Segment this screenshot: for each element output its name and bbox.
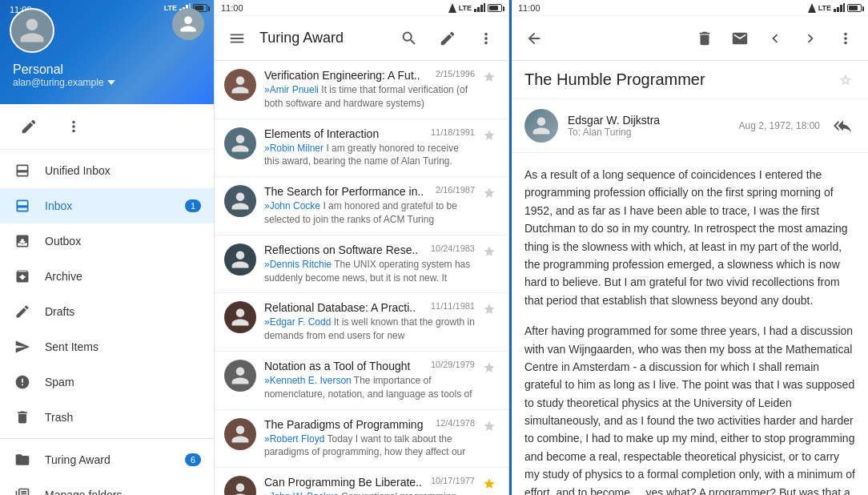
sidebar-item-turing-award[interactable]: Turing Award 6 [0,442,214,477]
outbox-icon [13,231,32,251]
svg-rect-11 [837,7,839,12]
star-button[interactable] [839,72,855,88]
email-avatar-7 [224,476,256,495]
email-content-2: The Search for Performance in.. 2/16/198… [264,185,475,227]
email-top-row-3: Reflections on Software Rese.. 10/24/198… [264,243,475,256]
email-list-item[interactable]: Can Programming Be Liberate.. 10/17/1977… [215,468,508,495]
email-list-item[interactable]: The Search for Performance in.. 2/16/198… [215,177,508,235]
email-content-0: Verification Engineering: A Fut.. 2/15/1… [264,69,475,111]
email-top-row-1: Elements of Interaction 11/18/1991 [264,127,475,140]
delete-button[interactable] [689,22,721,54]
account-avatar[interactable] [10,8,54,53]
sidebar: 11:00 LTE Personal alan@turing.example [0,0,215,495]
compose-button[interactable] [13,111,45,143]
email-list-title: Turing Award [259,30,387,46]
email-preview-0: »Amir Pnueli It is time that formal veri… [264,83,475,111]
email-top-row-6: The Paradigms of Programming 12/4/1978 [264,418,475,431]
email-list-item[interactable]: Reflections on Software Rese.. 10/24/198… [215,235,508,294]
sidebar-label-turing-award: Turing Award [45,453,172,466]
sidebar-label-inbox: Inbox [45,199,172,212]
star-5[interactable] [483,360,499,376]
star-2[interactable] [483,185,499,201]
switch-account-button[interactable] [172,8,204,40]
svg-rect-13 [843,3,845,12]
more-options-button[interactable] [58,111,90,143]
trash-icon [13,408,32,427]
email-avatar-5 [224,360,256,392]
sidebar-item-archive[interactable]: Archive [0,259,214,294]
sidebar-item-outbox[interactable]: Outbox [0,223,214,259]
prev-email-button[interactable] [759,22,791,54]
inbox-badge: 1 [185,199,201,212]
recipient-line: To: Alan Turing [568,127,729,138]
email-body-p2: After having programmed for some three y… [524,322,855,495]
sidebar-label-sent-items: Sent Items [45,340,201,353]
email-avatar-0 [224,69,256,101]
star-7[interactable] [483,476,499,492]
star-6[interactable] [483,418,499,434]
manage-folders-icon [13,485,32,495]
folder-icon [13,450,32,469]
email-list-item[interactable]: Relational Database: A Practi.. 11/11/19… [215,293,508,352]
svg-rect-6 [477,7,480,12]
sent-icon [13,337,32,356]
next-email-button[interactable] [794,22,826,54]
turing-award-badge: 6 [185,453,201,466]
signal-icons-2: LTE [448,3,502,13]
email-preview-2: »John Cocke I am honored and grateful to… [264,199,475,227]
drafts-icon [13,302,32,321]
email-preview-5: »Kenneth E. Iverson The importance of no… [264,374,475,401]
email-list-header: Turing Award [215,16,508,61]
account-name: Personal [13,62,201,77]
inbox-unified-icon [13,161,32,180]
search-button[interactable] [393,22,425,54]
email-body: As a result of a long sequence of coinci… [512,153,868,495]
email-list-item[interactable]: The Paradigms of Programming 12/4/1978 »… [215,410,508,469]
sidebar-label-archive: Archive [45,270,201,283]
reply-all-button[interactable] [830,113,855,139]
mark-read-button[interactable] [724,22,756,54]
view-more-button[interactable] [830,22,862,54]
svg-marker-4 [448,3,456,13]
email-subject-0: Verification Engineering: A Fut.. [264,69,429,82]
sidebar-navigation: Unified Inbox Inbox 1 Outbox Archive D [0,150,214,495]
email-avatar-1 [224,127,256,159]
sidebar-item-drafts[interactable]: Drafts [0,294,214,329]
sidebar-item-spam[interactable]: Spam [0,364,214,400]
hamburger-menu-button[interactable] [221,22,253,54]
back-button[interactable] [518,22,550,54]
email-top-row-5: Notation as a Tool of Thought 10/29/1979 [264,360,475,372]
nav-divider [0,438,214,439]
svg-rect-10 [834,9,836,12]
sidebar-label-outbox: Outbox [45,235,201,248]
star-1[interactable] [483,127,499,143]
star-3[interactable] [483,243,499,260]
compose-row [0,104,214,150]
email-top-row-7: Can Programming Be Liberate.. 10/17/1977 [264,476,475,489]
email-date-5: 10/29/1979 [431,360,475,369]
sidebar-item-unified-inbox[interactable]: Unified Inbox [0,153,214,188]
email-content-1: Elements of Interaction 11/18/1991 »Robi… [264,127,475,169]
sidebar-item-inbox[interactable]: Inbox 1 [0,188,214,223]
email-avatar-4 [224,301,256,333]
email-list-item[interactable]: Notation as a Tool of Thought 10/29/1979… [215,352,508,410]
email-avatar-3 [224,243,256,276]
email-list-item[interactable]: Elements of Interaction 11/18/1991 »Robi… [215,119,508,178]
star-4[interactable] [483,301,499,317]
sidebar-item-trash[interactable]: Trash [0,400,214,435]
edit-button[interactable] [432,22,464,54]
list-more-button[interactable] [470,22,502,54]
sender-info: Edsgar W. Dijkstra To: Alan Turing [568,114,729,138]
svg-rect-7 [480,5,483,12]
sidebar-item-sent-items[interactable]: Sent Items [0,329,214,364]
email-date-3: 10/24/1983 [431,243,475,253]
email-list-item[interactable]: Verification Engineering: A Fut.. 2/15/1… [215,61,508,119]
inbox-icon [13,196,32,215]
email-sender-section: Edsgar W. Dijkstra To: Alan Turing Aug 2… [512,99,868,153]
email-date-0: 2/15/1996 [436,69,475,78]
email-list-scroll[interactable]: Verification Engineering: A Fut.. 2/15/1… [215,61,508,495]
email-subject-bar: The Humble Programmer [512,61,868,99]
star-0[interactable] [483,69,499,85]
sidebar-item-manage-folders[interactable]: Manage folders [0,477,214,495]
email-content-7: Can Programming Be Liberate.. 10/17/1977… [264,476,475,495]
